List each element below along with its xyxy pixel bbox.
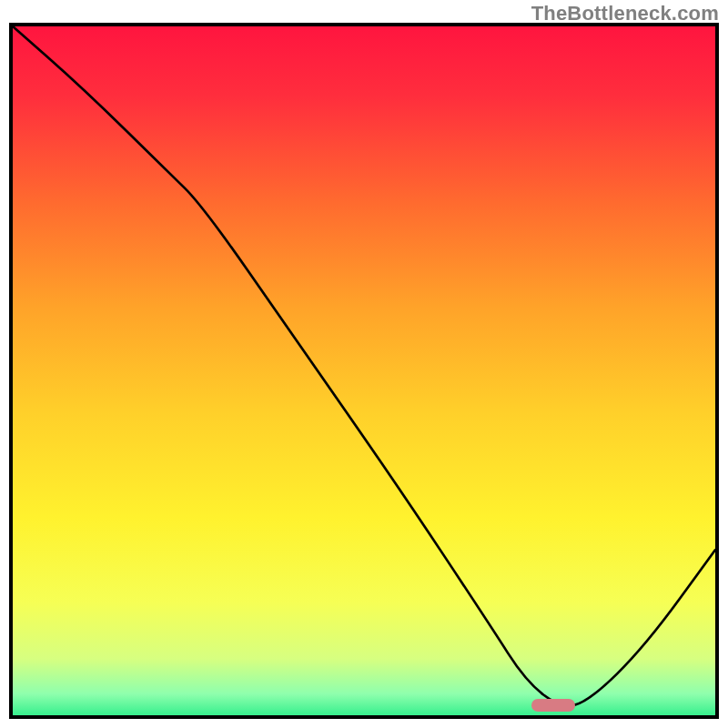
chart-area [9,23,719,719]
bottleneck-curve [13,26,715,715]
optimum-marker [531,699,575,712]
watermark-text: TheBottleneck.com [531,2,719,25]
